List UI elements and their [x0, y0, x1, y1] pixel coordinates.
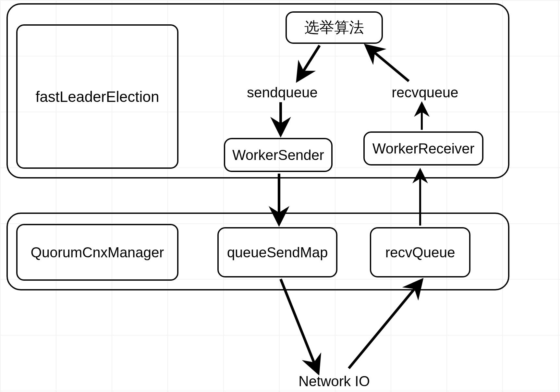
label-recvqueue: recvqueue: [392, 84, 458, 100]
label-network-io: Network IO: [298, 373, 370, 389]
node-recvqueue: recvqueue: [392, 84, 458, 101]
node-worker-receiver: WorkerReceiver: [363, 131, 483, 165]
label-worker-receiver: WorkerReceiver: [372, 141, 475, 157]
node-fast-leader-election: fastLeaderElection: [16, 24, 178, 169]
diagram-canvas: fastLeaderElection 选举算法 sendqueue recvqu…: [0, 0, 560, 392]
label-queue-send-map: queueSendMap: [227, 244, 328, 261]
label-election-algorithm: 选举算法: [304, 18, 364, 38]
node-queue-send-map: queueSendMap: [217, 227, 337, 277]
label-recv-queue: recvQueue: [385, 244, 455, 261]
node-quorum-cnx-manager: QuorumCnxManager: [16, 224, 178, 281]
node-election-algorithm: 选举算法: [286, 11, 383, 44]
node-network-io: Network IO: [298, 373, 370, 389]
label-sendqueue: sendqueue: [247, 84, 318, 100]
label-quorum-cnx-manager: QuorumCnxManager: [31, 244, 164, 261]
label-worker-sender: WorkerSender: [232, 147, 324, 163]
label-fast-leader-election: fastLeaderElection: [35, 88, 159, 105]
node-worker-sender: WorkerSender: [224, 138, 333, 172]
node-sendqueue: sendqueue: [247, 84, 318, 101]
node-recv-queue: recvQueue: [370, 227, 470, 277]
